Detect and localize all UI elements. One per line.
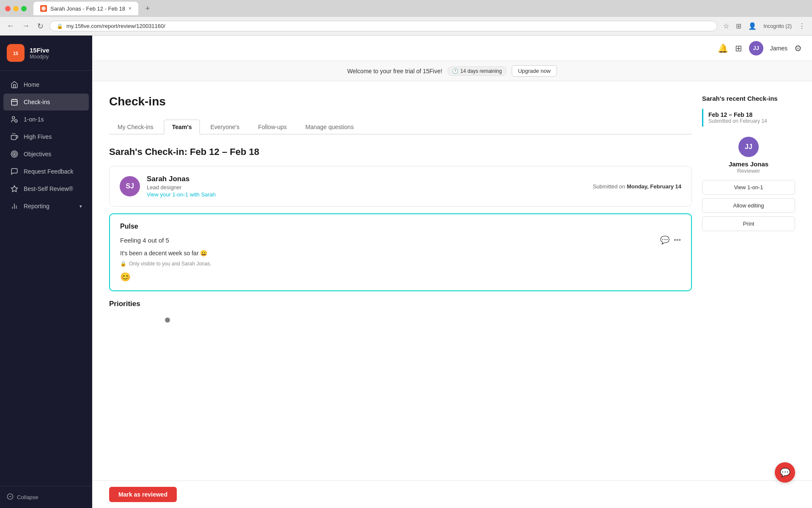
days-remaining-badge: 🕐 14 days remaining [447,66,507,76]
mark-as-reviewed-btn[interactable]: Mark as reviewed [109,487,177,502]
collapse-label: Collapse [17,494,38,500]
checkin-submitted: Submitted on February 14 [708,118,795,124]
pulse-actions: 💬 ••• [660,235,681,245]
user-info: Sarah Jonas Lead designer View your 1-on… [147,175,586,198]
grid-icon[interactable]: ⊞ [735,43,742,53]
extensions-icon[interactable]: ⊞ [734,20,743,32]
tab-close-btn[interactable]: × [129,6,132,11]
clock-icon: 🕐 [452,68,458,74]
notifications-icon[interactable]: 🔔 [718,43,728,53]
pulse-card: Pulse Feeling 4 out of 5 💬 ••• It's been… [109,213,692,291]
svg-point-8 [15,120,17,122]
new-tab-btn[interactable]: + [142,3,154,14]
view-1on1-link[interactable]: View your 1-on-1 with Sarah [147,191,586,198]
pulse-private: 🔒 Only visible to you and Sarah Jonas. [120,261,681,267]
sidebar-label-checkins: Check-ins [24,99,50,105]
minimize-window-dot[interactable] [13,6,19,11]
sidebar-item-checkins[interactable]: Check-ins [3,94,89,110]
address-text: my.15five.com/report/review/120031160/ [66,23,165,29]
checkin-title: Sarah's Check-in: Feb 12 – Feb 18 [109,146,692,157]
svg-point-14 [14,154,15,155]
reporting-chevron: ▾ [80,204,82,209]
tab-manage-questions-label: Manage questions [305,124,354,130]
forward-btn[interactable]: → [20,20,31,32]
chat-bubble-btn[interactable]: 💬 [775,462,795,483]
tab-teams[interactable]: Team's [164,119,200,135]
browser-toolbar: ← → ↻ 🔒 my.15five.com/report/review/1200… [0,17,812,36]
sidebar-label-highfives: High Fives [24,133,52,140]
maximize-window-dot[interactable] [21,6,27,11]
toolbar-actions: ☆ ⊞ 👤 Incognito (2) ⋮ [721,20,807,32]
more-options-icon[interactable]: ••• [674,236,681,244]
tab-manage-questions[interactable]: Manage questions [297,119,362,135]
sidebar-label-reporting: Reporting [24,203,49,210]
logo-icon: 15 [7,44,25,62]
svg-text:15: 15 [13,51,18,56]
comment-icon[interactable]: 💬 [660,235,669,245]
tab-my-checkins[interactable]: My Check-ins [109,119,162,135]
back-btn[interactable]: ← [5,20,16,32]
svg-marker-15 [11,186,18,192]
checkin-item[interactable]: Feb 12 – Feb 18 Submitted on February 14 [702,109,795,127]
sidebar: 15 15Five Moodjoy Home [0,36,92,508]
company-name: 15Five [30,47,49,54]
tab-everyones[interactable]: Everyone's [202,119,248,135]
tabs-container: My Check-ins Team's Everyone's Follow-up… [109,119,692,135]
reviewer-label: Reviewer [702,168,795,174]
sidebar-item-home[interactable]: Home [3,76,89,93]
sidebar-nav: Home Check-ins 1-on-1s [0,71,92,486]
tab-followups-label: Follow-ups [258,124,287,130]
page-title: Check-ins [109,95,692,108]
refresh-btn[interactable]: ↻ [36,20,45,33]
lock-private-icon: 🔒 [120,261,126,267]
browser-window: Sarah Jonas - Feb 12 - Feb 18 × + ← → ↻ … [0,0,812,508]
sidebar-item-highfives[interactable]: High Fives [3,128,89,145]
bookmark-icon[interactable]: ☆ [721,20,731,32]
user-name: James [770,45,787,52]
sidebar-collapse-btn[interactable]: Collapse [0,486,92,508]
user-initials: JJ [753,45,759,51]
incognito-label: Incognito (2) [762,22,793,31]
browser-tab[interactable]: Sarah Jonas - Feb 12 - Feb 18 × [33,2,138,15]
allow-editing-btn[interactable]: Allow editing [702,198,795,213]
user-avatar[interactable]: JJ [749,41,763,55]
trial-message: Welcome to your free trial of 15Five! [347,68,442,75]
address-bar[interactable]: 🔒 my.15five.com/report/review/120031160/ [49,21,717,31]
pulse-feeling-row: Feeling 4 out of 5 💬 ••• [120,235,681,245]
collapse-icon [7,493,14,501]
close-window-dot[interactable] [5,6,11,11]
menu-icon[interactable]: ⋮ [797,20,807,32]
tab-title: Sarah Jonas - Feb 12 - Feb 18 [50,6,125,12]
settings-icon[interactable]: ⚙ [794,43,802,53]
view-1on1-btn[interactable]: View 1-on-1 [702,180,795,195]
sidebar-item-objectives[interactable]: Objectives [3,146,89,163]
pulse-private-text: Only visible to you and Sarah Jonas. [129,261,211,267]
upgrade-now-btn[interactable]: Upgrade now [512,65,557,77]
bottom-bar: Mark as reviewed [92,480,812,508]
print-btn[interactable]: Print [702,216,795,231]
user-fullname: Sarah Jonas [147,175,586,183]
svg-point-0 [41,6,46,11]
days-remaining-text: 14 days remaining [461,68,502,74]
tab-my-checkins-label: My Check-ins [118,124,154,130]
logo-text: 15Five Moodjoy [30,47,49,60]
submitted-on: Submitted on Monday, February 14 [593,183,681,190]
profile-icon[interactable]: 👤 [746,20,758,32]
checkins-icon [10,98,19,106]
reviewer-avatar: JJ [738,137,759,157]
home-icon [10,80,19,89]
sidebar-item-reporting[interactable]: Reporting ▾ [3,198,89,215]
sarah-initials: SJ [126,182,134,190]
pulse-feeling: Feeling 4 out of 5 [120,237,169,244]
submitted-date: Monday, February 14 [627,183,681,190]
sidebar-label-1on1s: 1-on-1s [24,116,44,123]
best-self-icon [10,185,19,193]
tab-everyones-label: Everyone's [210,124,239,130]
emoji-reaction-icon[interactable]: 😊 [120,272,131,282]
sidebar-item-1on1s[interactable]: 1-on-1s [3,111,89,128]
sidebar-item-best-self[interactable]: Best-Self Review® [3,180,89,197]
sidebar-item-request-feedback[interactable]: Request Feedback [3,163,89,180]
company-sub: Moodjoy [30,54,49,60]
sidebar-logo: 15 15Five Moodjoy [0,36,92,71]
tab-followups[interactable]: Follow-ups [250,119,295,135]
